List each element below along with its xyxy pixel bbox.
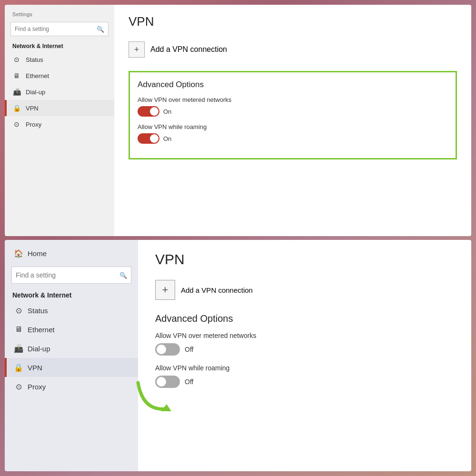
bottom-section-label: Network & Internet	[5, 288, 138, 301]
bottom-vpn-icon: 🔒	[14, 363, 23, 372]
add-vpn-label: Add a VPN connection	[150, 45, 227, 54]
sidebar-item-vpn-label: VPN	[26, 105, 39, 112]
option2-toggle-state: On	[163, 135, 171, 142]
add-vpn-row[interactable]: + Add a VPN connection	[129, 38, 457, 61]
top-page-title: VPN	[129, 14, 457, 29]
vpn-icon: 🔒	[12, 104, 21, 112]
bottom-sidebar-item-status[interactable]: ⊙ Status	[5, 301, 138, 320]
option1-toggle[interactable]	[138, 106, 159, 117]
bottom-sidebar-item-ethernet[interactable]: 🖥 Ethernet	[5, 320, 138, 339]
sidebar-item-dialup-label: Dial-up	[26, 89, 45, 96]
bottom-sidebar-item-vpn[interactable]: 🔒 VPN	[5, 358, 138, 377]
option1-toggle-row[interactable]: On	[138, 106, 448, 117]
bottom-option1-label: Allow VPN over metered networks	[155, 332, 454, 339]
bottom-option2-label: Allow VPN while roaming	[155, 364, 454, 372]
bottom-sidebar-vpn-label: VPN	[28, 364, 42, 372]
bottom-option2-toggle-state: Off	[185, 378, 193, 386]
sidebar-item-ethernet[interactable]: 🖥 Ethernet	[5, 68, 114, 84]
bottom-sidebar-item-home[interactable]: 🏠 Home	[5, 244, 138, 263]
top-sidebar: Settings 🔍 Network & Internet ⊙ Status 🖥…	[5, 5, 114, 236]
sidebar-item-status-label: Status	[26, 56, 43, 63]
option2-toggle[interactable]	[138, 133, 159, 144]
toggle2-knob	[150, 134, 159, 143]
option2-toggle-row[interactable]: On	[138, 133, 448, 144]
search-icon: 🔍	[97, 26, 104, 33]
bottom-page-title: VPN	[155, 251, 454, 268]
add-vpn-button[interactable]: +	[129, 41, 145, 58]
option1-toggle-state: On	[163, 108, 171, 115]
proxy-icon: ⊙	[12, 120, 21, 129]
bottom-option1-toggle-state: Off	[185, 346, 193, 353]
bottom-ethernet-icon: 🖥	[14, 325, 23, 334]
option1-label: Allow VPN over metered networks	[138, 96, 448, 103]
top-search-input[interactable]	[15, 26, 97, 32]
bottom-sidebar-status-label: Status	[28, 307, 48, 315]
ethernet-icon: 🖥	[12, 71, 21, 80]
bottom-toggle1-knob	[157, 345, 166, 354]
bottom-dialup-icon: 📠	[14, 344, 23, 353]
option2-label: Allow VPN while roaming	[138, 123, 448, 130]
sidebar-item-dialup[interactable]: 📠 Dial-up	[5, 84, 114, 100]
advanced-options-box: Advanced Options Allow VPN over metered …	[129, 71, 457, 159]
bottom-option2-toggle-row[interactable]: Off	[155, 376, 454, 388]
green-arrow-icon	[129, 373, 186, 421]
bottom-search-input[interactable]	[16, 271, 119, 279]
bottom-status-icon: ⊙	[14, 306, 23, 315]
bottom-sidebar-item-proxy[interactable]: ⊙ Proxy	[5, 377, 138, 396]
top-section-label: Network & Internet	[5, 39, 114, 51]
toggle1-knob	[150, 107, 159, 116]
home-icon: 🏠	[14, 249, 23, 258]
dialup-icon: 📠	[12, 88, 21, 96]
sidebar-item-proxy-label: Proxy	[26, 121, 41, 128]
bottom-main-content: VPN + Add a VPN connection Advanced Opti…	[138, 240, 471, 471]
advanced-options-title: Advanced Options	[138, 80, 448, 89]
bottom-option1-toggle-row[interactable]: Off	[155, 343, 454, 356]
app-title: Settings	[5, 9, 114, 19]
bottom-sidebar-item-dialup[interactable]: 📠 Dial-up	[5, 339, 138, 358]
bottom-search-icon: 🔍	[119, 272, 127, 279]
status-icon: ⊙	[12, 55, 21, 64]
bottom-sidebar-dialup-label: Dial-up	[28, 345, 50, 353]
sidebar-item-proxy[interactable]: ⊙ Proxy	[5, 116, 114, 132]
sidebar-item-vpn[interactable]: 🔒 VPN	[5, 100, 114, 116]
bottom-add-vpn-row[interactable]: + Add a VPN connection	[155, 276, 454, 304]
bottom-add-vpn-label: Add a VPN connection	[181, 286, 253, 294]
bottom-proxy-icon: ⊙	[14, 382, 23, 391]
bottom-option1-toggle[interactable]	[155, 343, 180, 356]
sidebar-item-ethernet-label: Ethernet	[26, 72, 49, 79]
top-main-content: VPN + Add a VPN connection Advanced Opti…	[114, 5, 471, 236]
top-search-box[interactable]: 🔍	[10, 22, 109, 36]
bottom-sidebar-home-label: Home	[28, 249, 47, 258]
bottom-sidebar: 🏠 Home 🔍 Network & Internet ⊙ Status 🖥 E…	[5, 240, 138, 471]
bottom-search-box[interactable]: 🔍	[11, 267, 131, 284]
sidebar-item-status[interactable]: ⊙ Status	[5, 51, 114, 68]
bottom-add-vpn-button[interactable]: +	[155, 280, 175, 300]
bottom-sidebar-ethernet-label: Ethernet	[28, 326, 55, 334]
bottom-sidebar-proxy-label: Proxy	[28, 383, 46, 391]
bottom-advanced-options-title: Advanced Options	[155, 313, 454, 324]
